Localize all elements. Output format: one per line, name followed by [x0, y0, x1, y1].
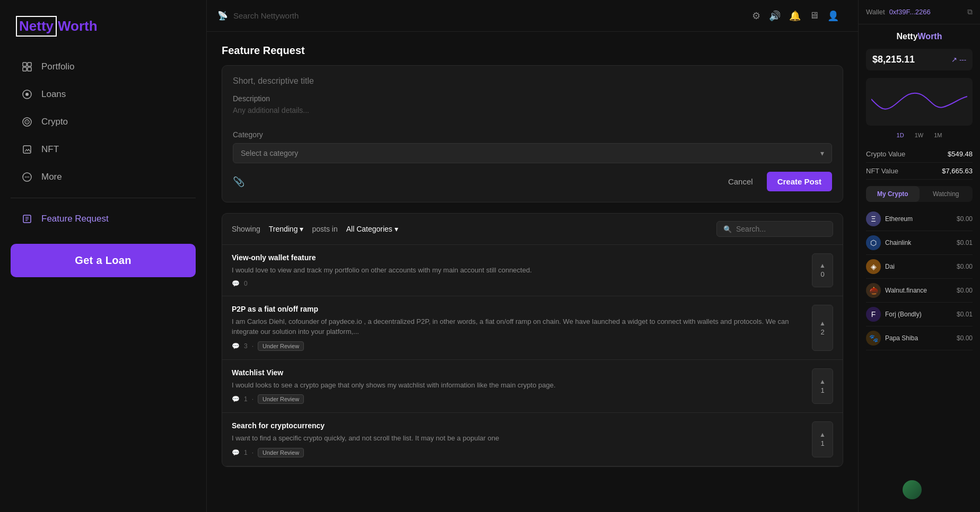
description-label: Description [233, 94, 832, 103]
tab-watching[interactable]: Watching [920, 186, 973, 202]
logo: NettyWorth [0, 11, 206, 52]
portfolio-chart [866, 78, 973, 126]
sidebar-item-loans[interactable]: Loans [5, 81, 201, 108]
chevron-down-icon: ▾ [395, 225, 398, 233]
title-input[interactable] [233, 76, 832, 86]
monitor-icon[interactable]: 🖥 [809, 10, 819, 21]
crypto-name: Ethereum [885, 215, 913, 223]
svg-rect-3 [28, 67, 31, 71]
post-description: I want to find a specific crypto quickly… [232, 433, 803, 444]
profile-icon[interactable]: 👤 [827, 10, 839, 22]
sidebar-item-label: NFT [41, 144, 59, 155]
vote-box[interactable]: ▲ 1 [812, 368, 833, 404]
wallet-address: 0xf39F...2266 [889, 8, 963, 16]
vote-count: 2 [820, 328, 824, 336]
copy-icon[interactable]: ⧉ [967, 7, 973, 16]
wallet-bar: Wallet 0xf39F...2266 ⧉ [859, 0, 980, 24]
balance-amount: $8,215.11 [872, 54, 915, 65]
vote-up-icon: ▲ [819, 262, 826, 269]
status-separator: · [252, 449, 253, 456]
header-icons: ⚙ 🔊 🔔 🖥 👤 [743, 10, 847, 22]
post-title: Search for cryptocurrency [232, 421, 803, 430]
svg-rect-9 [23, 146, 31, 153]
time-1w[interactable]: 1W [912, 131, 927, 139]
crypto-value-label: Crypto Value [866, 150, 905, 158]
crypto-info: ◈ Dai [866, 259, 895, 274]
feature-form: Description Any additional details... Ca… [222, 65, 843, 202]
logo-box: Netty [16, 16, 57, 37]
sidebar-item-nft[interactable]: NFT [5, 136, 201, 163]
svg-rect-0 [23, 63, 27, 66]
comment-icon: 💬 [232, 395, 240, 403]
attach-icon[interactable]: 📎 [233, 176, 244, 188]
search-broadcast-icon: 📡 [217, 11, 228, 21]
crypto-price: $0.00 [957, 334, 973, 342]
crypto-info: ⬡ Chainlink [866, 235, 911, 250]
time-1m[interactable]: 1M [931, 131, 945, 139]
sidebar-item-label: More [41, 172, 62, 182]
post-meta: 💬 1 · Under Review [232, 448, 803, 457]
crypto-info: F Forj (Bondly) [866, 307, 922, 322]
comment-count: 1 [244, 395, 248, 403]
crypto-value-amount: $549.48 [948, 150, 973, 158]
categories-filter[interactable]: All Categories ▾ [342, 223, 402, 235]
trending-filter[interactable]: Trending ▾ [265, 223, 308, 235]
loans-icon [21, 89, 33, 100]
get-loan-button[interactable]: Get a Loan [11, 244, 196, 277]
bottom-avatar[interactable] [903, 480, 922, 499]
tab-my-crypto[interactable]: My Crypto [866, 186, 920, 202]
vote-box[interactable]: ▲ 2 [812, 305, 833, 351]
vote-up-icon: ▲ [819, 431, 826, 438]
post-description: I am Carlos Diehl, cofounder of paydece.… [232, 316, 803, 337]
settings-icon[interactable]: ⚙ [752, 10, 760, 22]
crypto-price: $0.00 [957, 287, 973, 294]
crypto-token-icon: F [866, 307, 881, 322]
svg-point-13 [28, 176, 29, 178]
svg-point-5 [25, 93, 29, 96]
vote-box[interactable]: ▲ 1 [812, 421, 833, 457]
page-title: Feature Request [222, 45, 843, 57]
feature-content: Feature Request Description Any addition… [207, 32, 858, 512]
svg-rect-1 [28, 63, 31, 66]
sidebar-item-crypto[interactable]: Crypto [5, 109, 201, 135]
crypto-price: $0.00 [957, 215, 973, 223]
crypto-price: $0.00 [957, 263, 973, 270]
volume-icon[interactable]: 🔊 [769, 10, 781, 22]
balance-trend: ↗ --- [951, 56, 966, 64]
time-1d[interactable]: 1D [894, 131, 907, 139]
nft-value-row: NFT Value $7,665.63 [866, 163, 973, 180]
svg-point-8 [27, 121, 28, 122]
status-separator: · [252, 395, 253, 403]
post-item: View-only wallet feature I would love to… [222, 245, 843, 296]
create-post-button[interactable]: Create Post [767, 172, 832, 191]
logo-text: NettyWorth [16, 18, 98, 34]
posts-search-input[interactable] [736, 225, 826, 233]
vote-count: 1 [820, 439, 824, 447]
sidebar-item-feature-request[interactable]: Feature Request [5, 206, 201, 232]
crypto-token-icon: 🐾 [866, 331, 881, 346]
crypto-list: Ξ Ethereum $0.00 ⬡ Chainlink $0.01 ◈ Dai… [866, 207, 973, 350]
search-icon: 🔍 [723, 225, 732, 233]
svg-point-12 [27, 176, 28, 178]
search-bar[interactable]: Search Nettyworth [233, 11, 738, 20]
sidebar-item-label: Portfolio [41, 61, 74, 72]
description-input[interactable]: Any additional details... [233, 106, 832, 122]
crypto-name: Forj (Bondly) [885, 311, 922, 318]
sidebar-item-more[interactable]: More [5, 164, 201, 190]
post-title: Watchlist View [232, 368, 803, 377]
crypto-list-item: F Forj (Bondly) $0.01 [866, 303, 973, 326]
posts-search[interactable]: 🔍 [716, 221, 833, 237]
header: 📡 Search Nettyworth ⚙ 🔊 🔔 🖥 👤 [207, 0, 858, 32]
form-actions: 📎 Cancel Create Post [233, 172, 832, 191]
cancel-button[interactable]: Cancel [720, 173, 762, 190]
crypto-price: $0.01 [957, 239, 973, 246]
notification-icon[interactable]: 🔔 [789, 10, 801, 22]
vote-box[interactable]: ▲ 0 [812, 253, 833, 287]
category-select[interactable]: Select a category ▾ [233, 143, 832, 163]
crypto-name: Walnut.finance [885, 287, 927, 294]
sidebar-item-portfolio[interactable]: Portfolio [5, 54, 201, 80]
post-body: Search for cryptocurrency I want to find… [232, 421, 803, 457]
nft-value-label: NFT Value [866, 167, 898, 175]
crypto-list-item: Ξ Ethereum $0.00 [866, 207, 973, 231]
category-placeholder: Select a category [241, 149, 298, 157]
